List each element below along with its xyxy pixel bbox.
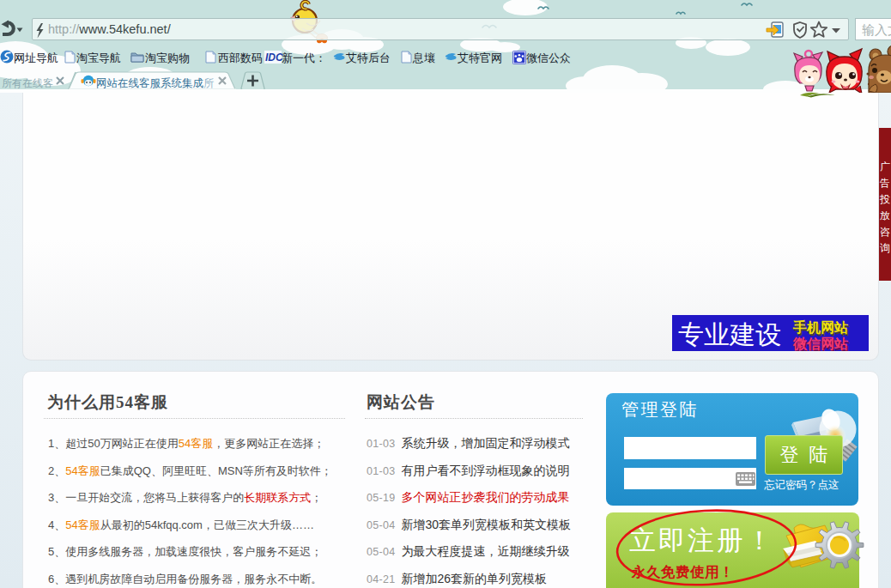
svg-text:IDC: IDC	[265, 52, 283, 64]
